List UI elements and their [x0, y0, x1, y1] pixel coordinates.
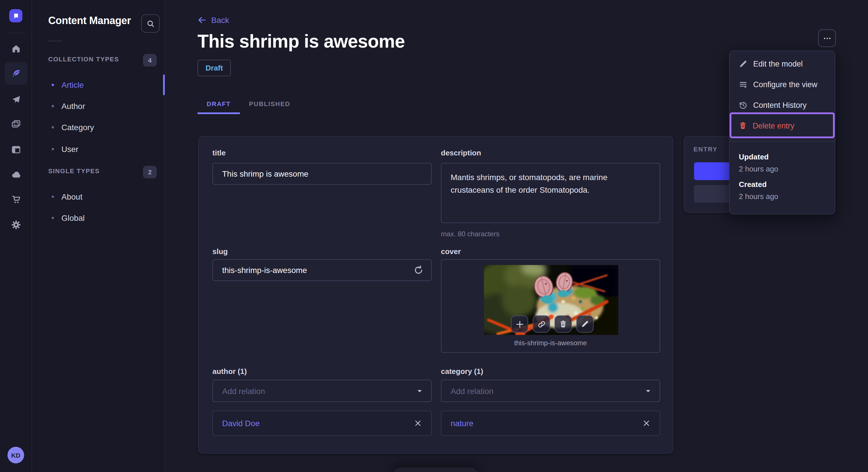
chevron-down-icon [416, 387, 423, 394]
settings-gear-icon[interactable] [5, 213, 28, 236]
ellipsis-icon [823, 34, 832, 43]
single-types-count-badge: 2 [143, 166, 157, 178]
collection-types-count-badge: 4 [143, 54, 157, 67]
history-icon [739, 101, 747, 109]
category-relation-item: nature [441, 411, 660, 436]
section-collection-types: COLLECTION TYPES [48, 56, 119, 63]
updated-value: 2 hours ago [739, 165, 778, 173]
sidebar-item-category[interactable]: Category [42, 117, 157, 138]
media-library-icon[interactable] [5, 113, 28, 136]
menu-divider [730, 141, 835, 142]
menu-item-content-history[interactable]: Content History [732, 95, 834, 115]
sidebar-item-global[interactable]: Global [42, 208, 157, 228]
author-relation-select[interactable]: Add relation [212, 380, 432, 402]
marketplace-cart-icon[interactable] [5, 188, 28, 211]
back-label: Back [211, 15, 229, 25]
bullet-icon [52, 126, 54, 129]
back-link[interactable]: Back [197, 15, 229, 25]
cover-field: this-shrimp-is-awesome [441, 259, 660, 353]
author-relation-item: David Doe [212, 411, 432, 436]
main-nav-rail: KD [0, 0, 32, 472]
strapi-app: KD Content Manager COLLECTION TYPES 4 Ar… [0, 0, 868, 472]
rail-divider [7, 33, 25, 33]
bullet-icon [52, 196, 54, 198]
sidebar-item-label: Article [61, 80, 84, 90]
sidebar-title: Content Manager [48, 15, 131, 27]
cover-actions [511, 315, 594, 333]
category-label: category (1) [441, 367, 483, 376]
tab-draft[interactable]: DRAFT [197, 95, 240, 114]
more-actions-button[interactable] [818, 29, 836, 47]
content-manager-sidebar: Content Manager COLLECTION TYPES 4 Artic… [33, 0, 165, 472]
trash-icon [739, 122, 747, 130]
arrow-left-icon [197, 15, 207, 25]
bullet-icon [52, 148, 54, 150]
send-icon[interactable] [5, 88, 28, 111]
close-icon[interactable] [412, 417, 424, 429]
sidebar-item-article[interactable]: Article [42, 74, 157, 95]
pencil-icon [739, 59, 747, 68]
author-label: author (1) [212, 367, 247, 376]
active-item-indicator [163, 74, 165, 95]
cloud-icon[interactable] [5, 163, 28, 186]
menu-item-configure-view[interactable]: Configure the view [732, 74, 834, 95]
tab-published[interactable]: PUBLISHED [240, 95, 299, 114]
status-badge: Draft [197, 60, 231, 76]
title-input[interactable] [212, 163, 432, 185]
bullet-icon [52, 84, 54, 86]
slug-field [212, 259, 432, 281]
home-icon[interactable] [5, 37, 28, 60]
content-manager-feather-icon[interactable] [5, 62, 28, 85]
title-label: title [212, 148, 226, 157]
cover-caption: this-shrimp-is-awesome [441, 339, 660, 347]
close-icon[interactable] [641, 417, 652, 429]
bullet-icon [52, 217, 54, 219]
slug-input[interactable] [212, 259, 432, 281]
menu-item-delete-entry[interactable]: Delete entry [732, 115, 834, 136]
description-label: description [441, 148, 481, 157]
created-label: Created [739, 180, 767, 189]
slug-label: slug [212, 247, 228, 256]
strapi-logo-glyph [11, 11, 20, 20]
content-type-builder-icon[interactable] [5, 138, 28, 161]
sidebar-item-about[interactable]: About [42, 187, 157, 207]
chevron-down-icon [645, 387, 652, 394]
page-title: This shrimp is awesome [197, 31, 405, 52]
link-icon[interactable] [533, 315, 550, 333]
bullet-icon [52, 105, 54, 107]
entry-form-card: title description Mantis shrimps, or sto… [198, 136, 673, 453]
sidebar-divider [48, 41, 62, 41]
relation-link-author[interactable]: David Doe [222, 419, 260, 428]
strapi-logo[interactable] [9, 9, 22, 22]
bottom-peek-element [393, 467, 479, 472]
search-icon [146, 19, 155, 28]
search-button[interactable] [141, 14, 160, 33]
sidebar-item-label: About [61, 192, 82, 201]
sidebar-item-user[interactable]: User [42, 139, 157, 160]
pencil-icon[interactable] [577, 315, 594, 333]
sidebar-item-author[interactable]: Author [42, 96, 157, 116]
category-relation-select[interactable]: Add relation [441, 380, 660, 402]
regenerate-icon[interactable] [413, 264, 425, 276]
created-value: 2 hours ago [739, 192, 778, 201]
relation-link-category[interactable]: nature [451, 419, 473, 428]
entry-panel-label: ENTRY [693, 146, 718, 153]
cover-label: cover [441, 247, 461, 256]
version-tabs: DRAFT PUBLISHED [197, 95, 299, 114]
main-content: Back This shrimp is awesome Draft DRAFT … [166, 0, 868, 472]
sidebar-item-label: User [61, 144, 79, 154]
sidebar-item-label: Category [61, 123, 94, 132]
list-plus-icon [739, 80, 747, 89]
trash-icon[interactable] [555, 315, 572, 333]
user-avatar[interactable]: KD [7, 447, 24, 463]
section-single-types: SINGLE TYPES [48, 167, 100, 174]
description-textarea[interactable]: Mantis shrimps, or stomatopods, are mari… [441, 163, 660, 223]
sidebar-item-label: Global [61, 213, 85, 223]
more-actions-menu: Edit the model Configure the view Conten… [729, 50, 835, 214]
sidebar-item-label: Author [61, 102, 85, 111]
updated-label: Updated [739, 153, 769, 161]
menu-item-edit-model[interactable]: Edit the model [732, 53, 834, 74]
plus-icon[interactable] [511, 315, 528, 333]
description-helper: max. 80 characters [441, 230, 499, 238]
